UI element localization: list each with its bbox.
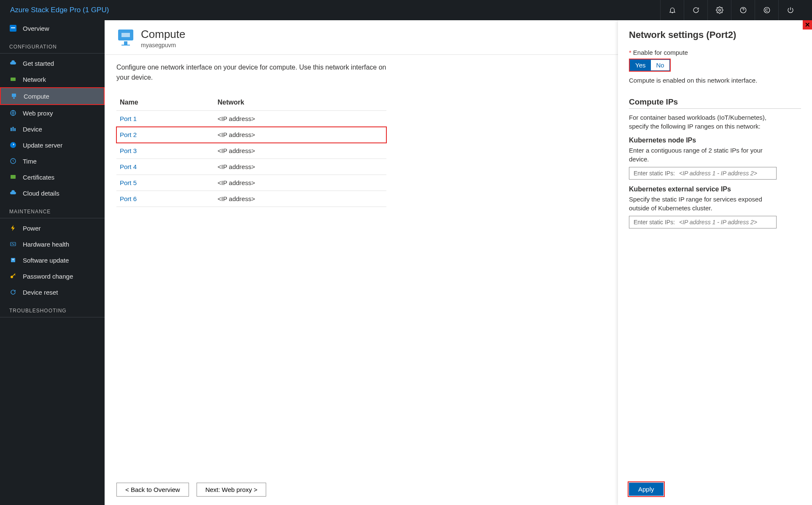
sidebar-item-label: Device reset [23, 289, 58, 296]
ip-field-label: Enter static IPs: [634, 219, 675, 226]
toggle-no[interactable]: No [651, 59, 669, 71]
enable-compute-toggle[interactable]: Yes No [629, 59, 671, 72]
sidebar-section-maintenance: MAINTENANCE [0, 201, 105, 218]
hardware-health-icon [9, 240, 17, 248]
sidebar-item-label: Cloud details [23, 190, 59, 197]
certificates-icon [9, 173, 17, 181]
sidebar-item-overview[interactable]: Overview [0, 20, 105, 36]
network-icon [9, 75, 17, 83]
sidebar-item-label: Get started [23, 60, 54, 67]
help-icon[interactable] [731, 0, 755, 20]
notifications-icon[interactable] [660, 0, 684, 20]
refresh-icon[interactable] [684, 0, 707, 20]
sidebar: Overview CONFIGURATION Get started Netwo… [0, 20, 105, 505]
port-network: <IP address> [214, 159, 386, 175]
sidebar-item-label: Hardware health [23, 241, 69, 248]
sidebar-item-software-update[interactable]: Software update [0, 252, 105, 268]
cloud-icon [9, 59, 17, 67]
port-link[interactable]: Port 3 [120, 147, 137, 154]
table-row[interactable]: Port 6<IP address> [116, 191, 386, 207]
compute-page-icon [116, 28, 135, 46]
port-network: <IP address> [214, 191, 386, 207]
intro-text: Configure one network interface on your … [116, 62, 386, 83]
power-icon[interactable] [778, 0, 802, 20]
sidebar-item-web-proxy[interactable]: Web proxy [0, 105, 105, 121]
table-row[interactable]: Port 3<IP address> [116, 143, 386, 159]
sidebar-item-password-change[interactable]: Password change [0, 268, 105, 284]
compute-status-text: Compute is enabled on this network inter… [629, 77, 801, 84]
sidebar-item-label: Password change [23, 273, 73, 280]
svg-rect-11 [14, 128, 16, 131]
sidebar-item-certificates[interactable]: Certificates [0, 169, 105, 185]
page-subtitle: myasegpuvm [141, 42, 186, 48]
sidebar-item-label: Network [23, 76, 46, 83]
sidebar-item-time[interactable]: Time [0, 153, 105, 169]
table-row[interactable]: Port 4<IP address> [116, 159, 386, 175]
sidebar-section-configuration: CONFIGURATION [0, 36, 105, 54]
port-link[interactable]: Port 1 [120, 115, 137, 122]
clock-icon [9, 157, 17, 165]
port-link[interactable]: Port 2 [120, 131, 137, 138]
port-network: <IP address> [214, 175, 386, 191]
network-settings-panel: ✕ Network settings (Port2) *Enable for c… [618, 20, 812, 505]
svg-rect-9 [11, 128, 12, 131]
copyright-icon[interactable] [755, 0, 778, 20]
gear-icon[interactable] [707, 0, 731, 20]
sidebar-item-cloud-details[interactable]: Cloud details [0, 185, 105, 201]
cloud-details-icon [9, 189, 17, 197]
port-link[interactable]: Port 6 [120, 195, 137, 202]
sidebar-item-label: Web proxy [23, 110, 53, 117]
sidebar-item-device-reset[interactable]: Device reset [0, 284, 105, 300]
sidebar-item-label: Time [23, 158, 37, 165]
key-icon [9, 272, 17, 280]
close-icon[interactable]: ✕ [803, 20, 812, 30]
apply-button[interactable]: Apply [629, 483, 664, 496]
k8s-node-help: Enter a contiguous range of 2 static IPs… [629, 146, 772, 164]
globe-icon [9, 109, 17, 117]
software-update-icon [9, 256, 17, 264]
compute-icon [10, 92, 18, 100]
svg-rect-14 [11, 175, 16, 179]
svg-point-0 [718, 9, 720, 11]
svg-rect-10 [13, 127, 14, 131]
sidebar-section-troubleshooting: TROUBLESHOOTING [0, 300, 105, 317]
device-icon [9, 125, 17, 133]
k8s-node-heading: Kubernetes node IPs [629, 137, 801, 144]
sidebar-item-device[interactable]: Device [0, 121, 105, 137]
svg-point-2 [764, 7, 770, 13]
k8s-ext-ip-input[interactable] [679, 219, 772, 226]
sidebar-item-power[interactable]: Power [0, 220, 105, 236]
table-row[interactable]: Port 2<IP address> [116, 127, 386, 143]
sidebar-item-get-started[interactable]: Get started [0, 55, 105, 71]
page-title: Compute [141, 28, 186, 41]
svg-rect-5 [11, 78, 16, 81]
enable-compute-label: *Enable for compute [629, 49, 801, 56]
sidebar-item-label: Software update [23, 257, 69, 264]
sidebar-item-label: Power [23, 225, 41, 232]
k8s-node-ip-field[interactable]: Enter static IPs: [629, 167, 777, 180]
k8s-ext-ip-field[interactable]: Enter static IPs: [629, 216, 777, 228]
svg-rect-20 [124, 41, 127, 45]
k8s-ext-heading: Kubernetes external service IPs [629, 185, 801, 193]
sidebar-item-label: Certificates [23, 174, 54, 181]
back-button[interactable]: < Back to Overview [116, 483, 189, 497]
svg-rect-7 [13, 97, 15, 99]
sidebar-item-network[interactable]: Network [0, 71, 105, 87]
toggle-yes[interactable]: Yes [630, 59, 651, 71]
table-row[interactable]: Port 5<IP address> [116, 175, 386, 191]
svg-rect-19 [121, 33, 130, 37]
topbar: Azure Stack Edge Pro (1 GPU) [0, 0, 812, 20]
sidebar-item-update-server[interactable]: Update server [0, 137, 105, 153]
port-network: <IP address> [214, 111, 386, 127]
next-button[interactable]: Next: Web proxy > [197, 483, 267, 497]
power-bolt-icon [9, 224, 17, 232]
port-link[interactable]: Port 5 [120, 179, 137, 186]
k8s-node-ip-input[interactable] [679, 170, 772, 177]
svg-rect-21 [121, 45, 130, 46]
sidebar-item-hardware-health[interactable]: Hardware health [0, 236, 105, 252]
table-row[interactable]: Port 1<IP address> [116, 111, 386, 127]
compute-ips-help: For container based workloads (IoT/Kuber… [629, 113, 772, 131]
col-network: Network [214, 94, 386, 111]
port-link[interactable]: Port 4 [120, 163, 137, 170]
sidebar-item-compute[interactable]: Compute [0, 87, 105, 105]
